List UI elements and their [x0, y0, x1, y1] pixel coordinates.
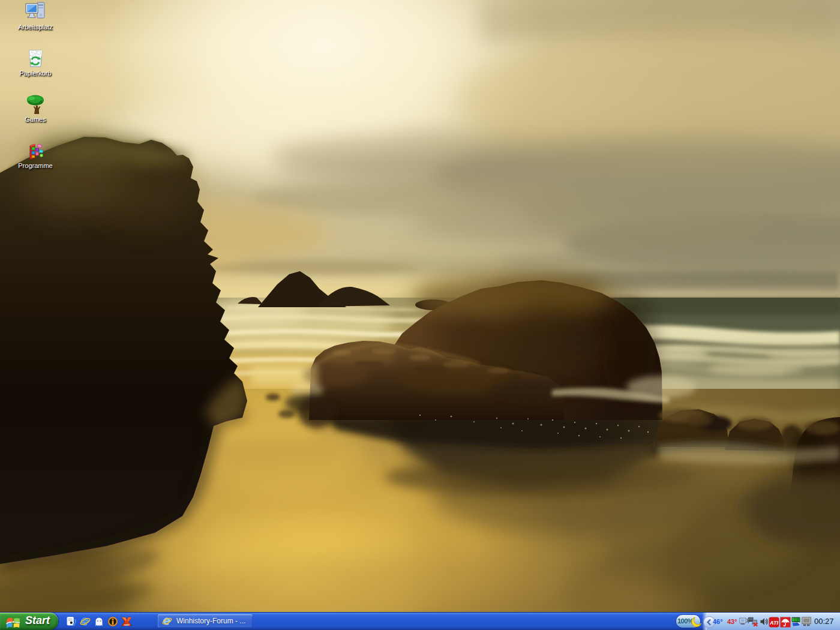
svg-text:ATI: ATI [769, 620, 778, 626]
svg-text:GMX: GMX [124, 623, 130, 626]
